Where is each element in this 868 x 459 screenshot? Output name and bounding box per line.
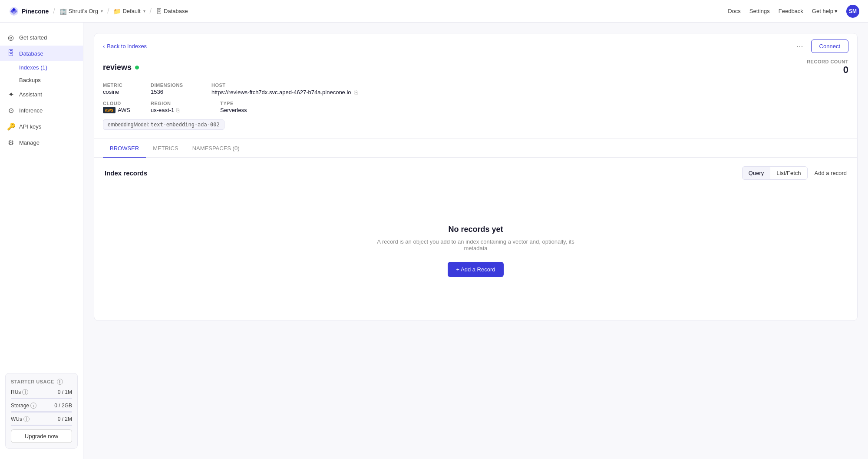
add-record-button[interactable]: + Add a Record bbox=[448, 262, 504, 277]
get-started-icon: ◎ bbox=[7, 33, 15, 42]
org-icon: 🏢 bbox=[59, 8, 67, 15]
database-icon: 🗄 bbox=[156, 8, 162, 15]
project-icon: 📁 bbox=[113, 8, 121, 15]
logo[interactable]: Pinecone bbox=[9, 6, 49, 17]
rus-value: 0 / 1M bbox=[58, 389, 72, 395]
meta-row-1: METRIC cosine DIMENSIONS 1536 HOST https… bbox=[103, 83, 848, 96]
storage-info-icon[interactable]: i bbox=[30, 403, 36, 409]
org-chevron: ▾ bbox=[101, 9, 103, 13]
tab-metrics[interactable]: METRICS bbox=[146, 139, 185, 158]
sidebar-label-inference: Inference bbox=[19, 107, 43, 114]
empty-title: No records yet bbox=[113, 225, 838, 234]
embedding-label: embeddingModel: bbox=[108, 122, 149, 128]
rus-label: RUs i bbox=[11, 389, 28, 395]
topnav-database-crumb: 🗄 Database bbox=[156, 8, 188, 15]
api-keys-icon: 🔑 bbox=[7, 122, 15, 131]
sidebar-item-manage[interactable]: ⚙ Manage bbox=[0, 135, 83, 151]
sidebar-item-inference[interactable]: ⊙ Inference bbox=[0, 102, 83, 119]
starter-usage-box: STARTER USAGE i RUs i 0 / 1M Storage bbox=[5, 373, 78, 449]
metric-cell: METRIC cosine bbox=[103, 83, 151, 96]
manage-icon: ⚙ bbox=[7, 139, 15, 147]
tab-namespaces[interactable]: NAMESPACES (0) bbox=[185, 139, 247, 158]
back-to-indexes-link[interactable]: ‹ Back to indexes bbox=[103, 43, 147, 50]
wus-value: 0 / 2M bbox=[58, 416, 72, 422]
docs-link[interactable]: Docs bbox=[728, 8, 741, 14]
database-nav-icon: 🗄 bbox=[7, 50, 15, 57]
copy-host-icon[interactable]: ⎘ bbox=[354, 89, 357, 96]
sidebar-database-submenu: Indexes (1) Backups bbox=[0, 61, 83, 86]
records-actions: Query List/Fetch bbox=[742, 166, 808, 180]
index-panel-header: ‹ Back to indexes ··· Connect bbox=[94, 33, 857, 59]
host-value: https://reviews-ftch7dx.svc.aped-4627-b7… bbox=[211, 89, 351, 96]
cloud-value: aws AWS bbox=[103, 107, 151, 113]
meta-row-2: CLOUD aws AWS REGION us-east-1 ⎘ bbox=[103, 101, 848, 113]
header-actions: ··· Connect bbox=[793, 40, 848, 53]
get-help-chevron: ▾ bbox=[835, 8, 838, 14]
sidebar-item-indexes[interactable]: Indexes (1) bbox=[19, 61, 83, 74]
region-text: us-east-1 bbox=[151, 107, 174, 113]
breadcrumb-sep-3: / bbox=[150, 7, 152, 15]
user-avatar[interactable]: SM bbox=[846, 5, 859, 18]
main-content: ‹ Back to indexes ··· Connect reviews RE… bbox=[83, 23, 868, 459]
tabs-bar: BROWSER METRICS NAMESPACES (0) bbox=[94, 139, 857, 158]
rus-row: RUs i 0 / 1M bbox=[11, 389, 72, 395]
topnav: Pinecone / 🏢 Shruti's Org ▾ / 📁 Default … bbox=[0, 0, 868, 23]
status-dot bbox=[135, 66, 139, 69]
upgrade-button[interactable]: Upgrade now bbox=[11, 429, 72, 443]
copy-region-icon[interactable]: ⎘ bbox=[176, 107, 179, 113]
sidebar-item-get-started[interactable]: ◎ Get started bbox=[0, 30, 83, 46]
embedding-value: text-embedding-ada-002 bbox=[151, 122, 220, 128]
assistant-icon: ✦ bbox=[7, 90, 15, 99]
cloud-text: AWS bbox=[118, 107, 130, 113]
embedding-tag: embeddingModel: text-embedding-ada-002 bbox=[103, 119, 224, 130]
tab-browser[interactable]: BROWSER bbox=[103, 139, 146, 158]
sidebar-bottom: STARTER USAGE i RUs i 0 / 1M Storage bbox=[0, 366, 83, 452]
usage-info-icon[interactable]: i bbox=[57, 379, 63, 385]
database-label: Database bbox=[164, 8, 188, 14]
list-fetch-button[interactable]: List/Fetch bbox=[770, 166, 807, 180]
main-layout: ◎ Get started 🗄 Database Indexes (1) Bac… bbox=[0, 23, 868, 459]
sidebar-item-backups[interactable]: Backups bbox=[19, 74, 83, 86]
host-cell: HOST https://reviews-ftch7dx.svc.aped-46… bbox=[211, 83, 848, 96]
wus-info-icon[interactable]: i bbox=[23, 416, 30, 422]
storage-bar bbox=[11, 411, 72, 413]
query-button[interactable]: Query bbox=[742, 166, 770, 180]
sidebar-item-database[interactable]: 🗄 Database bbox=[0, 46, 83, 61]
wus-row: WUs i 0 / 2M bbox=[11, 416, 72, 422]
sidebar: ◎ Get started 🗄 Database Indexes (1) Bac… bbox=[0, 23, 83, 459]
topnav-project-crumb[interactable]: 📁 Default ▾ bbox=[113, 8, 145, 15]
topnav-org-crumb[interactable]: 🏢 Shruti's Org ▾ bbox=[59, 8, 103, 15]
storage-value: 0 / 2GB bbox=[54, 403, 72, 409]
org-label: Shruti's Org bbox=[69, 8, 98, 14]
rus-bar bbox=[11, 398, 72, 399]
sidebar-label-get-started: Get started bbox=[19, 34, 47, 41]
more-options-button[interactable]: ··· bbox=[793, 40, 807, 53]
sidebar-item-api-keys[interactable]: 🔑 API keys bbox=[0, 119, 83, 135]
get-help-button[interactable]: Get help ▾ bbox=[812, 8, 838, 14]
region-cell: REGION us-east-1 ⎘ bbox=[151, 101, 220, 113]
empty-state: No records yet A record is an object you… bbox=[105, 190, 847, 312]
index-name-row: reviews RECORD COUNT 0 bbox=[103, 59, 848, 76]
aws-badge: aws bbox=[103, 107, 116, 113]
breadcrumb-sep-2: / bbox=[107, 7, 109, 15]
topnav-right: Docs Settings Feedback Get help ▾ SM bbox=[728, 5, 859, 18]
sidebar-label-api-keys: API keys bbox=[19, 123, 41, 130]
dimensions-value: 1536 bbox=[151, 89, 211, 95]
add-record-link[interactable]: Add a record bbox=[815, 170, 847, 176]
settings-link[interactable]: Settings bbox=[749, 8, 770, 14]
rus-info-icon[interactable]: i bbox=[22, 389, 28, 395]
breadcrumb-sep-1: / bbox=[53, 7, 55, 15]
feedback-link[interactable]: Feedback bbox=[779, 8, 803, 14]
inference-icon: ⊙ bbox=[7, 106, 15, 115]
type-value: Serverless bbox=[220, 107, 281, 113]
metric-value: cosine bbox=[103, 89, 151, 95]
wus-label: WUs i bbox=[11, 416, 30, 422]
dimensions-cell: DIMENSIONS 1536 bbox=[151, 83, 211, 96]
storage-row: Storage i 0 / 2GB bbox=[11, 403, 72, 409]
connect-button[interactable]: Connect bbox=[811, 40, 848, 53]
sidebar-item-assistant[interactable]: ✦ Assistant bbox=[0, 86, 83, 102]
sidebar-label-indexes: Indexes (1) bbox=[19, 64, 47, 71]
index-panel: ‹ Back to indexes ··· Connect reviews RE… bbox=[94, 33, 858, 321]
records-toolbar: Query List/Fetch Add a record bbox=[742, 166, 847, 180]
cloud-cell: CLOUD aws AWS bbox=[103, 101, 151, 113]
